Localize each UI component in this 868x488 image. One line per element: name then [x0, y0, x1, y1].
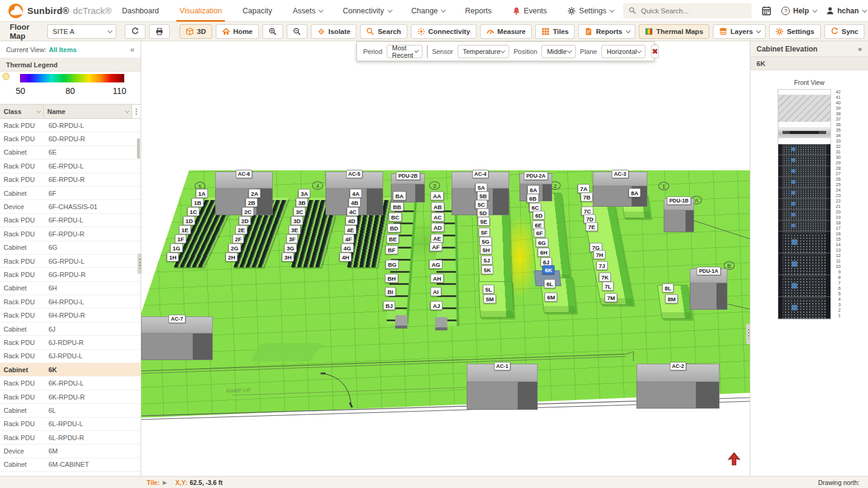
- rack-row[interactable]: [435, 317, 447, 330]
- table-row-6D-RPDU-R[interactable]: Rack PDU6D-RPDU-R: [0, 132, 141, 145]
- cabinet-label-3G[interactable]: 3G: [284, 244, 297, 253]
- table-row-6G[interactable]: Cabinet6G: [0, 241, 141, 255]
- cabinet-label-AF[interactable]: AF: [430, 242, 442, 252]
- table-row-6H-RPDU-R[interactable]: Rack PDU6H-RPDU-R: [0, 309, 141, 322]
- table-row-6J-RPDU-L[interactable]: Rack PDU6J-RPDU-L: [0, 350, 141, 363]
- cabinet-label-1G[interactable]: 1G: [170, 244, 183, 253]
- ac-unit-AC-7[interactable]: AC-7: [141, 316, 213, 360]
- table-row-6F[interactable]: Cabinet6F: [0, 187, 141, 200]
- cabinet-label-4F[interactable]: 4F: [342, 235, 354, 244]
- cabinet-label-4H[interactable]: 4H: [339, 253, 352, 262]
- cabinet-label-AC[interactable]: AC: [431, 213, 444, 222]
- cabinet-label-7K[interactable]: 7K: [599, 273, 611, 282]
- table-row-6K-RPDU-R[interactable]: Rack PDU6K-RPDU-R: [0, 390, 141, 404]
- cabinet-label-BC[interactable]: BC: [389, 213, 402, 222]
- sync-button[interactable]: Sync: [824, 24, 865, 39]
- brand[interactable]: Sunbird® dcTrack®: [8, 4, 112, 18]
- cabinet-label-6G[interactable]: 6G: [536, 238, 549, 247]
- nav-item-dashboard[interactable]: Dashboard: [112, 0, 169, 22]
- cabinet-label-6H[interactable]: 6H: [538, 248, 550, 257]
- position-select[interactable]: Middle: [541, 45, 575, 58]
- cabinet-label-6D[interactable]: 6D: [533, 211, 545, 220]
- cabinet-label-2A[interactable]: 2A: [249, 189, 261, 198]
- site-select[interactable]: SITE A: [47, 24, 116, 39]
- sidebar-resize-handle[interactable]: [138, 253, 142, 274]
- cabinet-label-AE[interactable]: AE: [430, 234, 443, 243]
- cabinet-label-BF[interactable]: BF: [386, 246, 398, 255]
- table-row-6E-RPDU-L[interactable]: Rack PDU6E-RPDU-L: [0, 159, 141, 173]
- settings-button[interactable]: Settings: [769, 24, 820, 39]
- column-menu-button[interactable]: ⋮: [132, 105, 141, 118]
- cabinet-label-7L[interactable]: 7L: [602, 282, 613, 291]
- cabinet-label-5C[interactable]: 5C: [475, 200, 487, 209]
- table-row-6H-RPDU-L[interactable]: Rack PDU6H-RPDU-L: [0, 295, 141, 309]
- cabinet-label-BA[interactable]: BA: [393, 192, 406, 201]
- cabinet-label-4B[interactable]: 4B: [349, 198, 361, 207]
- user-menu[interactable]: hchan: [826, 6, 866, 15]
- search-button[interactable]: Search: [360, 24, 407, 39]
- table-row-6L[interactable]: Cabinet6L: [0, 404, 141, 417]
- cabinet-label-1B[interactable]: 1B: [192, 198, 204, 207]
- cabinet-label-3H[interactable]: 3H: [282, 253, 294, 262]
- help-menu[interactable]: ? Help: [781, 7, 815, 15]
- table-row-6K-RPDU-L[interactable]: Rack PDU6K-RPDU-L: [0, 376, 141, 390]
- cabinet-label-3B[interactable]: 3B: [296, 198, 308, 207]
- table-row-6E-RPDU-R[interactable]: Rack PDU6E-RPDU-R: [0, 173, 141, 187]
- cabinet-label-AB[interactable]: AB: [431, 202, 444, 212]
- cabinet-label-2D[interactable]: 2D: [239, 216, 251, 226]
- cabinet-label-6F[interactable]: 6F: [533, 229, 545, 238]
- table-row-6H[interactable]: Cabinet6H: [0, 282, 141, 295]
- cabinet-label-7M[interactable]: 7M: [604, 293, 617, 302]
- cabinet-label-4E[interactable]: 4E: [344, 226, 356, 235]
- cabinet-label-4G[interactable]: 4G: [341, 244, 354, 253]
- cabinet-label-AD[interactable]: AD: [431, 223, 444, 232]
- sensor-select[interactable]: Temperature: [458, 45, 510, 58]
- table-row-6E[interactable]: Cabinet6E: [0, 146, 141, 159]
- ac-unit-AC-2[interactable]: AC-2: [636, 364, 719, 409]
- cabinet-label-5H[interactable]: 5H: [480, 246, 492, 255]
- table-row-6D-RPDU-L[interactable]: Rack PDU6D-RPDU-L: [0, 119, 141, 132]
- cabinet-label-3F[interactable]: 3F: [286, 235, 298, 244]
- cabinet-label-8A[interactable]: 8A: [629, 189, 641, 198]
- cabinet-label-AA[interactable]: AA: [430, 192, 444, 201]
- close-thermal-bar-button[interactable]: ✖: [651, 45, 658, 58]
- ac-unit-PDU-1A[interactable]: PDU-1A: [690, 269, 727, 310]
- floor-map-3d-view[interactable]: RAMP UP AC-6AC-5PDU-2BAC-4PDU-2AAC-3PDU-…: [141, 41, 750, 476]
- cabinet-label-AJ[interactable]: AJ: [430, 301, 442, 310]
- cabinet-label-5A[interactable]: 5A: [475, 183, 487, 192]
- nav-item-change[interactable]: Change: [401, 0, 455, 22]
- cabinet-label-BI[interactable]: BI: [385, 287, 396, 296]
- cabinet-label-1E[interactable]: 1E: [179, 226, 191, 235]
- cabinet-label-7J[interactable]: 7J: [596, 261, 608, 270]
- nav-item-assets[interactable]: Assets: [282, 0, 333, 22]
- table-row-6L-RPDU-L[interactable]: Rack PDU6L-RPDU-L: [0, 418, 141, 431]
- connectivity-button[interactable]: Connectivity: [411, 24, 476, 39]
- cabinet-label-2C[interactable]: 2C: [242, 207, 254, 216]
- cabinet-label-6M[interactable]: 6M: [544, 293, 557, 302]
- cabinet-label-6K[interactable]: 6K: [542, 266, 555, 275]
- cabinet-label-3C[interactable]: 3C: [293, 207, 305, 216]
- cabinet-label-7E[interactable]: 7E: [586, 222, 598, 232]
- cabinet-label-AI[interactable]: AI: [430, 287, 441, 296]
- nav-item-reports[interactable]: Reports: [455, 0, 502, 22]
- table-row-6F-RPDU-R[interactable]: Rack PDU6F-RPDU-R: [0, 227, 141, 241]
- ac-unit-AC-1[interactable]: AC-1: [467, 364, 538, 410]
- nav-item-capacity[interactable]: Capacity: [232, 0, 282, 22]
- calendar-icon[interactable]: [761, 5, 772, 16]
- nav-item-settings[interactable]: Settings: [557, 0, 623, 22]
- cabinet-label-BD[interactable]: BD: [387, 224, 401, 233]
- cabinet-label-4A[interactable]: 4A: [350, 189, 362, 198]
- cabinet-label-4D[interactable]: 4D: [346, 216, 358, 226]
- home-button[interactable]: Home: [216, 24, 259, 39]
- print-button[interactable]: [149, 24, 170, 39]
- cabinet-label-8M[interactable]: 8M: [665, 295, 678, 304]
- measure-button[interactable]: Measure: [480, 24, 532, 39]
- thermal-maps-button[interactable]: Thermal Maps: [639, 24, 709, 39]
- cabinet-label-2G[interactable]: 2G: [229, 244, 241, 253]
- cabinet-label-4C[interactable]: 4C: [347, 207, 359, 216]
- cabinet-label-AH[interactable]: AH: [430, 274, 444, 283]
- cabinet-label-5G[interactable]: 5G: [479, 237, 492, 246]
- grid-scrollbar[interactable]: [137, 138, 140, 159]
- cabinet-label-2E[interactable]: 2E: [235, 226, 247, 235]
- cabinet-label-5F[interactable]: 5F: [478, 228, 490, 237]
